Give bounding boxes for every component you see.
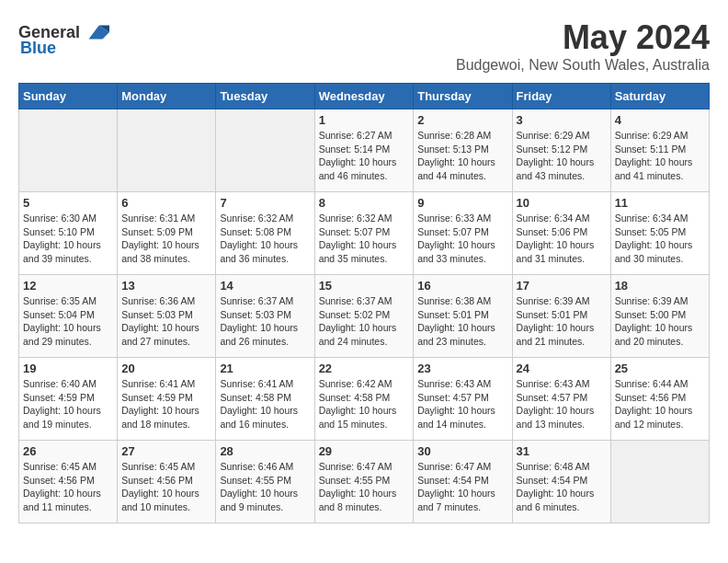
day-info: Sunrise: 6:38 AM Sunset: 5:01 PM Dayligh…: [417, 294, 507, 349]
calendar-week-row: 5Sunrise: 6:30 AM Sunset: 5:10 PM Daylig…: [19, 192, 710, 275]
day-number: 4: [615, 113, 705, 127]
day-number: 12: [23, 279, 113, 293]
day-info: Sunrise: 6:32 AM Sunset: 5:08 PM Dayligh…: [220, 212, 310, 266]
calendar-cell: 3Sunrise: 6:29 AM Sunset: 5:12 PM Daylig…: [512, 109, 610, 192]
day-info: Sunrise: 6:40 AM Sunset: 4:59 PM Dayligh…: [23, 377, 113, 431]
day-number: 26: [23, 444, 113, 458]
day-info: Sunrise: 6:43 AM Sunset: 4:57 PM Dayligh…: [417, 377, 507, 431]
day-info: Sunrise: 6:34 AM Sunset: 5:06 PM Dayligh…: [517, 212, 607, 266]
calendar-cell: 28Sunrise: 6:46 AM Sunset: 4:55 PM Dayli…: [216, 441, 314, 523]
day-info: Sunrise: 6:45 AM Sunset: 4:56 PM Dayligh…: [121, 460, 211, 514]
day-number: 22: [319, 362, 410, 375]
day-info: Sunrise: 6:32 AM Sunset: 5:07 PM Dayligh…: [319, 212, 410, 266]
day-info: Sunrise: 6:27 AM Sunset: 5:14 PM Dayligh…: [319, 129, 410, 183]
day-number: 28: [220, 444, 310, 458]
calendar-cell: [610, 441, 709, 523]
calendar-cell: 16Sunrise: 6:38 AM Sunset: 5:01 PM Dayli…: [414, 275, 512, 358]
calendar-cell: 31Sunrise: 6:48 AM Sunset: 4:54 PM Dayli…: [512, 441, 610, 523]
calendar-cell: 8Sunrise: 6:32 AM Sunset: 5:07 PM Daylig…: [314, 192, 414, 275]
day-info: Sunrise: 6:47 AM Sunset: 4:54 PM Dayligh…: [417, 460, 507, 514]
calendar-table: SundayMondayTuesdayWednesdayThursdayFrid…: [18, 83, 710, 523]
day-number: 17: [517, 279, 607, 293]
day-info: Sunrise: 6:45 AM Sunset: 4:56 PM Dayligh…: [23, 460, 113, 514]
day-info: Sunrise: 6:36 AM Sunset: 5:03 PM Dayligh…: [121, 294, 211, 349]
day-number: 25: [615, 362, 705, 375]
day-of-week-header: Tuesday: [216, 84, 314, 109]
calendar-cell: 19Sunrise: 6:40 AM Sunset: 4:59 PM Dayli…: [19, 358, 118, 441]
calendar-cell: 5Sunrise: 6:30 AM Sunset: 5:10 PM Daylig…: [19, 192, 118, 275]
month-title: May 2024: [456, 18, 710, 57]
calendar-week-row: 12Sunrise: 6:35 AM Sunset: 5:04 PM Dayli…: [19, 275, 710, 358]
page-header: General Blue May 2024 Budgewoi, New Sout…: [18, 18, 710, 74]
calendar-cell: 14Sunrise: 6:37 AM Sunset: 5:03 PM Dayli…: [216, 275, 314, 358]
day-of-week-header: Monday: [118, 84, 216, 109]
calendar-cell: 20Sunrise: 6:41 AM Sunset: 4:59 PM Dayli…: [118, 358, 216, 441]
day-number: 31: [517, 444, 607, 458]
day-info: Sunrise: 6:31 AM Sunset: 5:09 PM Dayligh…: [121, 212, 211, 266]
calendar-week-row: 1Sunrise: 6:27 AM Sunset: 5:14 PM Daylig…: [19, 109, 710, 192]
day-number: 21: [220, 362, 310, 375]
day-number: 16: [417, 279, 507, 293]
calendar-cell: 29Sunrise: 6:47 AM Sunset: 4:55 PM Dayli…: [314, 441, 414, 523]
day-of-week-header: Sunday: [19, 84, 118, 109]
day-info: Sunrise: 6:48 AM Sunset: 4:54 PM Dayligh…: [517, 460, 607, 514]
calendar-cell: 18Sunrise: 6:39 AM Sunset: 5:00 PM Dayli…: [610, 275, 709, 358]
day-info: Sunrise: 6:39 AM Sunset: 5:01 PM Dayligh…: [517, 294, 607, 349]
day-info: Sunrise: 6:43 AM Sunset: 4:57 PM Dayligh…: [517, 377, 607, 431]
logo: General Blue: [18, 18, 109, 58]
day-info: Sunrise: 6:46 AM Sunset: 4:55 PM Dayligh…: [220, 460, 310, 514]
calendar-cell: [19, 109, 118, 192]
day-info: Sunrise: 6:42 AM Sunset: 4:58 PM Dayligh…: [319, 377, 410, 431]
calendar-cell: 12Sunrise: 6:35 AM Sunset: 5:04 PM Dayli…: [19, 275, 118, 358]
day-info: Sunrise: 6:37 AM Sunset: 5:02 PM Dayligh…: [319, 294, 410, 349]
day-number: 8: [319, 196, 410, 210]
day-info: Sunrise: 6:34 AM Sunset: 5:05 PM Dayligh…: [615, 212, 705, 266]
day-number: 1: [319, 113, 410, 127]
logo-icon: [82, 18, 109, 46]
day-info: Sunrise: 6:44 AM Sunset: 4:56 PM Dayligh…: [615, 377, 705, 431]
day-number: 9: [417, 196, 507, 210]
day-of-week-header: Wednesday: [314, 84, 414, 109]
calendar-cell: 6Sunrise: 6:31 AM Sunset: 5:09 PM Daylig…: [118, 192, 216, 275]
day-number: 11: [615, 196, 705, 210]
day-number: 7: [220, 196, 310, 210]
day-of-week-header: Friday: [512, 84, 610, 109]
day-number: 6: [121, 196, 211, 210]
day-info: Sunrise: 6:47 AM Sunset: 4:55 PM Dayligh…: [319, 460, 410, 514]
calendar-cell: 1Sunrise: 6:27 AM Sunset: 5:14 PM Daylig…: [314, 109, 414, 192]
calendar-cell: 21Sunrise: 6:41 AM Sunset: 4:58 PM Dayli…: [216, 358, 314, 441]
day-number: 2: [417, 113, 507, 127]
day-number: 19: [23, 362, 113, 375]
day-info: Sunrise: 6:37 AM Sunset: 5:03 PM Dayligh…: [220, 294, 310, 349]
calendar-cell: 13Sunrise: 6:36 AM Sunset: 5:03 PM Dayli…: [118, 275, 216, 358]
location-title: Budgewoi, New South Wales, Australia: [456, 57, 710, 74]
calendar-week-row: 19Sunrise: 6:40 AM Sunset: 4:59 PM Dayli…: [19, 358, 710, 441]
day-number: 15: [319, 279, 410, 293]
day-info: Sunrise: 6:29 AM Sunset: 5:12 PM Dayligh…: [517, 129, 607, 183]
day-of-week-header: Saturday: [610, 84, 709, 109]
logo-blue-text: Blue: [20, 39, 56, 58]
calendar-cell: [118, 109, 216, 192]
day-number: 14: [220, 279, 310, 293]
calendar-cell: 26Sunrise: 6:45 AM Sunset: 4:56 PM Dayli…: [19, 441, 118, 523]
calendar-cell: 22Sunrise: 6:42 AM Sunset: 4:58 PM Dayli…: [314, 358, 414, 441]
calendar-cell: 30Sunrise: 6:47 AM Sunset: 4:54 PM Dayli…: [414, 441, 512, 523]
title-block: May 2024 Budgewoi, New South Wales, Aust…: [456, 18, 710, 74]
calendar-cell: 23Sunrise: 6:43 AM Sunset: 4:57 PM Dayli…: [414, 358, 512, 441]
calendar-cell: 25Sunrise: 6:44 AM Sunset: 4:56 PM Dayli…: [610, 358, 709, 441]
day-info: Sunrise: 6:35 AM Sunset: 5:04 PM Dayligh…: [23, 294, 113, 349]
calendar-cell: 27Sunrise: 6:45 AM Sunset: 4:56 PM Dayli…: [118, 441, 216, 523]
day-number: 24: [517, 362, 607, 375]
calendar-cell: 24Sunrise: 6:43 AM Sunset: 4:57 PM Dayli…: [512, 358, 610, 441]
calendar-cell: 2Sunrise: 6:28 AM Sunset: 5:13 PM Daylig…: [414, 109, 512, 192]
day-info: Sunrise: 6:41 AM Sunset: 4:59 PM Dayligh…: [121, 377, 211, 431]
day-number: 27: [121, 444, 211, 458]
calendar-cell: 10Sunrise: 6:34 AM Sunset: 5:06 PM Dayli…: [512, 192, 610, 275]
day-info: Sunrise: 6:28 AM Sunset: 5:13 PM Dayligh…: [417, 129, 507, 183]
day-of-week-header: Thursday: [414, 84, 512, 109]
day-number: 20: [121, 362, 211, 375]
calendar-cell: 9Sunrise: 6:33 AM Sunset: 5:07 PM Daylig…: [414, 192, 512, 275]
day-number: 29: [319, 444, 410, 458]
calendar-cell: 7Sunrise: 6:32 AM Sunset: 5:08 PM Daylig…: [216, 192, 314, 275]
day-number: 30: [417, 444, 507, 458]
